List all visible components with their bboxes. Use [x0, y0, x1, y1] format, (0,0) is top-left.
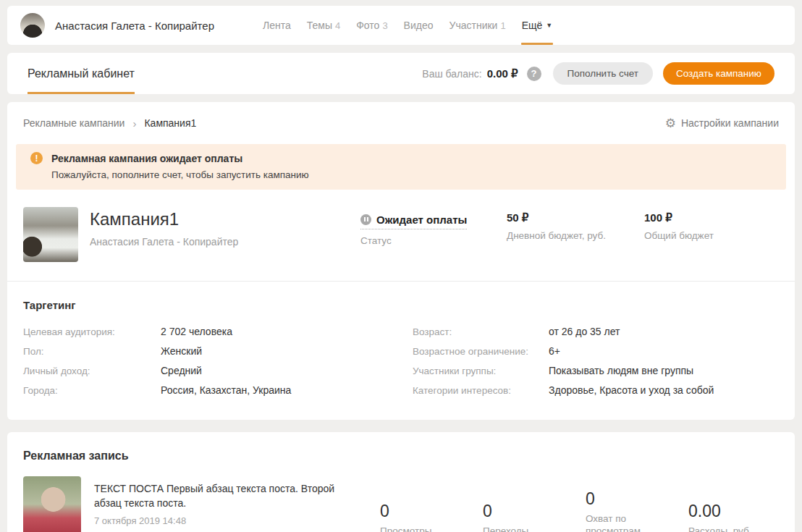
- status-badge[interactable]: Ожидает оплаты: [360, 214, 467, 229]
- nav-item-videos[interactable]: Видео: [396, 6, 442, 45]
- banner-title: Рекламная кампания ожидает оплаты: [51, 153, 242, 164]
- payment-warning-banner: ! Рекламная кампания ожидает оплаты Пожа…: [16, 144, 786, 190]
- targeting-col-right: Возраст: от 26 до 35 лет Возрастное огра…: [401, 326, 779, 404]
- gear-icon: ⚙: [665, 117, 676, 130]
- warning-icon: !: [30, 152, 43, 164]
- nav-item-members[interactable]: Участники 1: [442, 6, 514, 45]
- campaign-settings-button[interactable]: ⚙ Настройки кампании: [665, 117, 779, 130]
- stat-views: 0 Просмотры: [380, 476, 483, 532]
- tab-ad-cabinet[interactable]: Рекламный кабинет: [28, 53, 135, 94]
- balance-label: Ваш баланс:: [422, 68, 481, 80]
- nav-item-photos[interactable]: Фото 3: [348, 6, 395, 45]
- stat-reach: 0 Охват по просмотрам: [586, 476, 688, 532]
- cabinet-actions: Ваш баланс: 0.00 ₽ ? Пополнить счет Созд…: [422, 62, 774, 85]
- campaign-title: Кампания1: [90, 209, 360, 229]
- section-divider: [7, 281, 795, 282]
- targeting-row-cities: Города: Россия, Казахстан, Украина: [23, 384, 401, 397]
- targeting-grid: Целевая аудитория: 2 702 человека Пол: Ж…: [23, 326, 779, 404]
- total-budget-value: 100 ₽: [644, 211, 779, 224]
- nav-item-more[interactable]: Ещё ▼: [514, 6, 561, 45]
- nav-count-photos: 3: [382, 20, 387, 31]
- campaign-titleblock: Кампания1 Анастасия Галета - Копирайтер: [90, 207, 360, 262]
- group-nav: Лента Темы 4 Фото 3 Видео Участники 1 Ещ…: [255, 6, 560, 45]
- post-text: ТЕКСТ ПОСТА Первый абзац текста поста. В…: [94, 481, 360, 510]
- campaign-settings-label: Настройки кампании: [681, 117, 779, 129]
- campaign-status-col: Ожидает оплаты Статус: [360, 207, 507, 262]
- stat-clicks: 0 Переходы: [483, 476, 586, 532]
- status-value: Ожидает оплаты: [376, 214, 467, 226]
- campaign-panel: Рекламные кампании › Кампания1 ⚙ Настрой…: [7, 102, 795, 420]
- daily-budget-label: Дневной бюджет, руб.: [507, 230, 644, 241]
- post-content: ТЕКСТ ПОСТА Первый абзац текста поста. В…: [94, 476, 360, 532]
- targeting-row-age: Возраст: от 26 до 35 лет: [413, 326, 779, 338]
- group-header-bar: Анастасия Галета - Копирайтер Лента Темы…: [7, 6, 795, 45]
- daily-budget-value: 50 ₽: [507, 211, 644, 224]
- targeting-heading: Таргетинг: [23, 299, 779, 311]
- create-campaign-button[interactable]: Создать кампанию: [663, 62, 774, 85]
- nav-count-topics: 4: [335, 20, 340, 31]
- breadcrumb-current: Кампания1: [144, 117, 196, 129]
- targeting-col-left: Целевая аудитория: 2 702 человека Пол: Ж…: [23, 326, 401, 404]
- targeting-row-income: Личный доход: Средний: [23, 365, 401, 377]
- help-icon[interactable]: ?: [527, 67, 541, 81]
- nav-count-members: 1: [500, 20, 505, 31]
- breadcrumb-campaigns-link[interactable]: Рекламные кампании: [23, 117, 124, 129]
- targeting-row-audience: Целевая аудитория: 2 702 человека: [23, 326, 401, 338]
- targeting-row-interests: Категории интересов: Здоровье, Красота и…: [413, 384, 779, 397]
- post-date: 7 октября 2019 14:48: [94, 515, 360, 526]
- total-budget-label: Общий бюджет: [644, 230, 779, 241]
- topup-button[interactable]: Пополнить счет: [553, 62, 653, 85]
- chevron-down-icon: ▼: [546, 22, 552, 29]
- daily-budget-col: 50 ₽ Дневной бюджет, руб.: [507, 207, 644, 262]
- ad-post-row: ТЕКСТ ПОСТА Первый абзац текста поста. В…: [23, 476, 779, 532]
- ad-post-panel: Рекламная запись ТЕКСТ ПОСТА Первый абза…: [7, 432, 795, 532]
- targeting-row-group-members: Участники группы: Показывать людям вне г…: [413, 365, 779, 377]
- group-avatar[interactable]: [20, 13, 45, 38]
- campaign-owner: Анастасия Галета - Копирайтер: [90, 236, 360, 248]
- post-stats: 0 Просмотры 0 Переходы 0 Охват по просмо…: [380, 476, 790, 532]
- ad-cabinet-bar: Рекламный кабинет Ваш баланс: 0.00 ₽ ? П…: [7, 53, 795, 94]
- group-name[interactable]: Анастасия Галета - Копирайтер: [55, 20, 214, 32]
- post-thumbnail[interactable]: [23, 476, 81, 532]
- total-budget-col: 100 ₽ Общий бюджет: [644, 207, 779, 262]
- targeting-row-age-limit: Возрастное ограничение: 6+: [413, 345, 779, 358]
- nav-item-feed[interactable]: Лента: [255, 6, 299, 45]
- banner-subtitle: Пожалуйста, пополните счет, чтобы запуст…: [51, 169, 772, 180]
- campaign-summary: Кампания1 Анастасия Галета - Копирайтер …: [23, 207, 779, 262]
- campaign-thumbnail[interactable]: [23, 207, 78, 262]
- breadcrumb: Рекламные кампании › Кампания1 ⚙ Настрой…: [7, 102, 795, 144]
- pause-icon: [360, 214, 371, 225]
- breadcrumb-separator-icon: ›: [132, 117, 136, 130]
- targeting-row-gender: Пол: Женский: [23, 345, 401, 358]
- status-label: Статус: [360, 235, 507, 246]
- stat-spend: 0.00 Расходы, руб.: [688, 476, 790, 532]
- nav-item-topics[interactable]: Темы 4: [299, 6, 348, 45]
- ad-post-heading: Рекламная запись: [23, 449, 779, 463]
- balance-value: 0.00 ₽: [487, 67, 518, 80]
